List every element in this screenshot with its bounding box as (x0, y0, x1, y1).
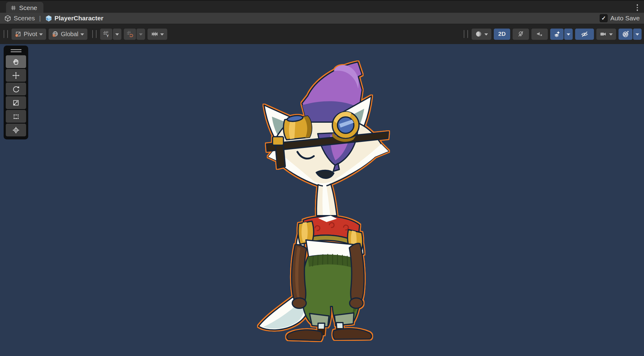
tools-overlay (4, 46, 28, 139)
scale-icon (12, 99, 20, 107)
draw-mode-dropdown[interactable] (472, 29, 491, 40)
eye-slash-icon (581, 30, 588, 38)
chevron-down-icon (139, 33, 143, 36)
grid-snap-drag-handle[interactable] (92, 30, 97, 38)
shaded-sphere-icon (475, 30, 482, 38)
chevron-down-icon (39, 33, 43, 36)
auto-save-toggle[interactable]: ✓ Auto Save (600, 14, 640, 22)
breadcrumb: Scenes | PlayerCharacter ✓ Auto Save (0, 13, 644, 24)
rotate-icon (12, 85, 20, 93)
global-dropdown[interactable]: Global (49, 29, 87, 40)
transform-tool-button[interactable] (6, 124, 26, 136)
gizmos-toggle-button[interactable] (619, 29, 632, 40)
check-icon: ✓ (602, 15, 606, 22)
2d-label: 2D (498, 31, 506, 37)
rotate-tool-button[interactable] (6, 83, 26, 95)
effects-toggle-button[interactable] (550, 29, 564, 40)
scene-grid-icon (10, 5, 16, 11)
view-hand-tool-button[interactable] (6, 55, 26, 68)
chevron-down-icon (484, 33, 488, 36)
camera-dropdown[interactable] (596, 29, 616, 40)
chevron-down-icon (80, 33, 84, 36)
tool-settings-drag-handle[interactable] (4, 30, 8, 38)
auto-save-checkbox[interactable]: ✓ (600, 14, 608, 22)
breadcrumb-separator: | (39, 15, 41, 22)
pivot-label: Pivot (24, 31, 37, 38)
pivot-dropdown[interactable]: Pivot (12, 29, 46, 40)
chevron-down-icon (567, 33, 570, 36)
tab-scene-label: Scene (19, 4, 37, 12)
prefab-cube-icon (45, 15, 52, 22)
grid-visibility-button[interactable]: Y (100, 29, 112, 40)
tab-bar: Scene (0, 0, 644, 13)
scene-toolbar: Pivot Global Y (0, 24, 644, 44)
snap-magnet-icon (126, 30, 134, 38)
breadcrumb-scenes-label: Scenes (14, 15, 35, 22)
hand-icon (12, 58, 20, 66)
breadcrumb-object[interactable]: PlayerCharacter (45, 15, 103, 22)
view-options-drag-handle[interactable] (464, 30, 468, 38)
globe-icon (52, 31, 59, 37)
svg-text:Y: Y (107, 34, 109, 38)
gizmos-dropdown[interactable] (633, 29, 642, 40)
breadcrumb-scenes[interactable]: Scenes (4, 15, 35, 22)
transform-icon (12, 126, 20, 134)
breadcrumb-object-label: PlayerCharacter (55, 15, 103, 22)
grid-axis-icon: Y (103, 30, 110, 38)
snap-toggle-button[interactable] (124, 29, 136, 40)
snap-dropdown[interactable] (137, 29, 145, 40)
kebab-menu-icon[interactable] (636, 3, 639, 12)
auto-save-label: Auto Save (610, 15, 640, 22)
tools-overlay-grip[interactable] (11, 49, 22, 52)
move-icon (12, 71, 20, 80)
audio-toggle-button[interactable] (531, 29, 548, 40)
move-tool-button[interactable] (6, 69, 26, 82)
scale-tool-button[interactable] (6, 96, 26, 109)
tab-scene[interactable]: Scene (6, 2, 43, 14)
chevron-down-icon (636, 33, 639, 36)
chevron-down-icon (160, 33, 164, 36)
effects-dropdown[interactable] (564, 29, 573, 40)
scene-visibility-toggle-button[interactable] (575, 29, 594, 40)
chevron-down-icon (115, 33, 119, 36)
pivot-icon (15, 31, 22, 37)
gizmo-sphere-icon (622, 30, 629, 38)
lighting-toggle-button[interactable] (513, 29, 529, 40)
unity-cube-icon (4, 15, 11, 22)
grid-visibility-dropdown[interactable] (113, 29, 121, 40)
player-character-sprite[interactable] (256, 60, 390, 342)
chevron-down-icon (609, 33, 613, 36)
unity-scene-view-window: Scene Scenes | PlayerCharacter ✓ Auto Sa… (0, 0, 644, 356)
increment-snap-icon (151, 30, 158, 38)
rect-icon (12, 112, 20, 121)
increment-snap-dropdown[interactable] (147, 29, 167, 40)
2d-toggle-button[interactable]: 2D (494, 29, 510, 40)
camera-icon (600, 30, 607, 38)
lightbulb-slash-icon (517, 30, 524, 38)
global-label: Global (61, 31, 78, 38)
speaker-mute-icon (536, 30, 543, 38)
effects-sparkle-icon (553, 30, 561, 38)
rect-tool-button[interactable] (6, 110, 26, 123)
